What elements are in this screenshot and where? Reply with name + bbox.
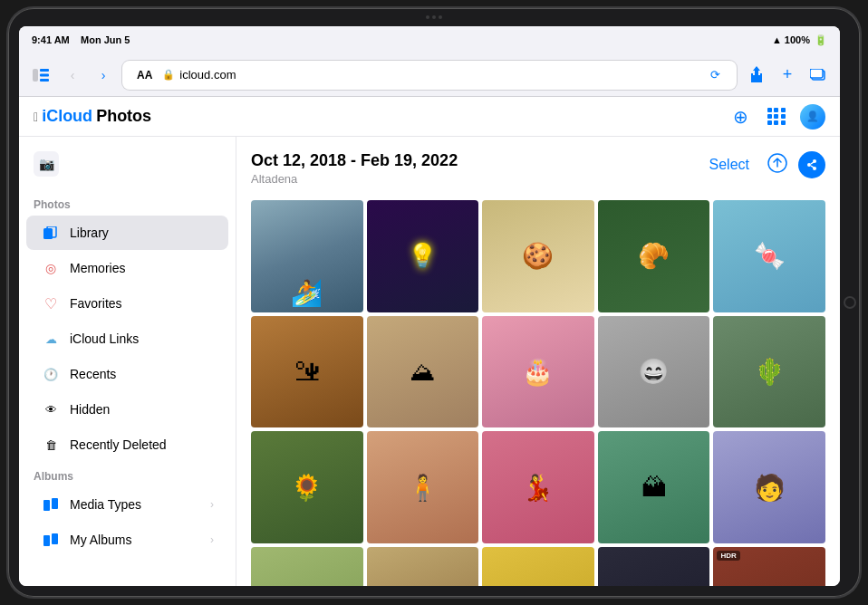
svg-rect-1 (40, 69, 49, 72)
my-albums-label: My Albums (70, 533, 131, 547)
photo-cell[interactable]: 🧑 (713, 431, 825, 543)
albums-section-label: Albums (19, 463, 236, 486)
browser-bar: ‹ › AA 🔒 icloud.com ⟳ + (19, 53, 840, 97)
hidden-label: Hidden (70, 402, 110, 417)
add-button[interactable]: ⊕ (728, 104, 753, 130)
url-domain: icloud.com (179, 68, 236, 82)
sidebar-item-my-albums[interactable]: My Albums › (26, 523, 228, 557)
photo-cell[interactable]: 🌵 (713, 316, 825, 428)
photo-cell[interactable]: 🥐 (598, 200, 710, 312)
svg-rect-9 (52, 498, 58, 509)
photos-label: Photos (96, 107, 151, 126)
sidebar-item-recents[interactable]: 🕐 Recents (26, 357, 228, 391)
share-album-button[interactable] (798, 151, 825, 178)
hdr-badge: HDR (717, 551, 739, 561)
app-logo:  iCloud Photos (34, 107, 151, 126)
add-bookmark-button[interactable]: + (775, 62, 800, 88)
battery-icon: 🔋 (815, 34, 827, 46)
svg-line-16 (811, 162, 814, 164)
photo-cell[interactable]: 🌿 (251, 547, 363, 586)
my-albums-chevron: › (210, 533, 214, 546)
status-bar: 9:41 AM Mon Jun 5 ▲ 100% 🔋 (19, 26, 840, 53)
photo-cell[interactable]: 🎂 (482, 316, 594, 428)
recents-icon: 🕐 (41, 364, 61, 384)
media-types-chevron: › (210, 498, 214, 511)
photo-cell[interactable]: 💃 (482, 431, 594, 543)
photo-cell[interactable]: 🫐 (598, 547, 710, 586)
select-button[interactable]: Select (702, 153, 757, 177)
photo-cell[interactable]: 😄 (598, 316, 710, 428)
favorites-icon: ♡ (41, 293, 61, 313)
upload-button[interactable] (767, 153, 787, 178)
memories-label: Memories (70, 261, 125, 275)
svg-rect-2 (40, 73, 49, 76)
sidebar-toggle-button[interactable] (28, 62, 53, 88)
sidebar-item-hidden[interactable]: 👁 Hidden (26, 392, 228, 427)
recently-deleted-icon: 🗑 (41, 435, 61, 455)
photo-cell[interactable]: 🍪 (482, 200, 594, 312)
library-label: Library (70, 226, 109, 240)
sidebar-item-icloud-links[interactable]: ☁ iCloud Links (26, 322, 228, 356)
svg-rect-0 (33, 69, 38, 82)
sidebar-item-favorites[interactable]: ♡ Favorites (26, 286, 228, 321)
content-header: Oct 12, 2018 - Feb 19, 2022 Altadena Sel… (236, 137, 840, 193)
wifi-icon: ▲ 100% (772, 34, 810, 45)
grid-view-button[interactable] (764, 104, 789, 130)
apple-icon:  (34, 110, 38, 124)
svg-point-13 (807, 163, 811, 167)
photo-cell[interactable]: 🧍 (367, 431, 479, 543)
photo-cell[interactable]: 🌻 (251, 431, 363, 543)
photo-cell[interactable]: 🍬 (713, 200, 825, 312)
favorites-label: Favorites (70, 296, 122, 311)
reader-mode-button[interactable]: AA (131, 67, 158, 83)
library-icon (41, 223, 61, 243)
my-albums-icon (41, 530, 61, 550)
sidebar-item-memories[interactable]: ◎ Memories (26, 251, 228, 285)
media-types-label: Media Types (70, 497, 141, 512)
sidebar-item-recently-deleted[interactable]: 🗑 Recently Deleted (26, 427, 228, 462)
app-header:  iCloud Photos ⊕ 👤 (19, 97, 840, 137)
photo-cell[interactable]: 👘 HDR (713, 547, 825, 586)
sidebar: 📷 Photos Library ◎ (19, 137, 236, 586)
status-date: Mon Jun 5 (81, 34, 130, 45)
back-button[interactable]: ‹ (61, 63, 84, 87)
recently-deleted-label: Recently Deleted (70, 437, 167, 452)
photo-cell[interactable]: ⛰ (367, 316, 479, 428)
svg-line-17 (811, 166, 814, 168)
reload-button[interactable]: ⟳ (702, 62, 728, 88)
photo-grid: 🏄 💡 🍪 🥐 🍬 (236, 193, 840, 586)
svg-rect-8 (43, 500, 50, 511)
date-range: Oct 12, 2018 - Feb 19, 2022 (251, 151, 458, 170)
tabs-button[interactable] (805, 62, 831, 88)
svg-rect-5 (810, 69, 823, 78)
svg-rect-3 (40, 79, 49, 82)
status-time: 9:41 AM (32, 34, 70, 45)
svg-rect-11 (52, 533, 58, 544)
sidebar-item-media-types[interactable]: Media Types › (26, 487, 228, 522)
photo-cell[interactable]: 🏄 (251, 200, 363, 312)
icloud-label: iCloud (42, 107, 92, 126)
sidebar-logo: 📷 (19, 151, 236, 191)
sidebar-item-library[interactable]: Library (26, 216, 228, 250)
url-bar[interactable]: AA 🔒 icloud.com ⟳ (122, 61, 737, 90)
photo-cell[interactable]: 🍶 (482, 547, 594, 586)
forward-button[interactable]: › (92, 63, 115, 87)
user-avatar[interactable]: 👤 (800, 104, 825, 130)
photos-section-label: Photos (19, 191, 236, 215)
icloud-links-label: iCloud Links (70, 331, 139, 346)
photo-cell[interactable]: 🏔 (598, 431, 710, 543)
lock-icon: 🔒 (162, 69, 175, 81)
hidden-icon: 👁 (41, 399, 61, 419)
sidebar-logo-icon: 📷 (34, 151, 59, 177)
media-types-icon (41, 495, 61, 514)
content-area: Oct 12, 2018 - Feb 19, 2022 Altadena Sel… (236, 137, 840, 586)
photo-cell[interactable]: 💡 (367, 200, 479, 312)
photo-cell[interactable]: 🏜 (251, 316, 363, 428)
location-label: Altadena (251, 172, 458, 186)
icloud-links-icon: ☁ (41, 329, 61, 349)
recents-label: Recents (70, 367, 116, 381)
memories-icon: ◎ (41, 258, 61, 278)
svg-rect-10 (43, 535, 50, 546)
share-browser-button[interactable] (744, 62, 769, 88)
photo-cell[interactable]: 👤 (367, 547, 479, 586)
